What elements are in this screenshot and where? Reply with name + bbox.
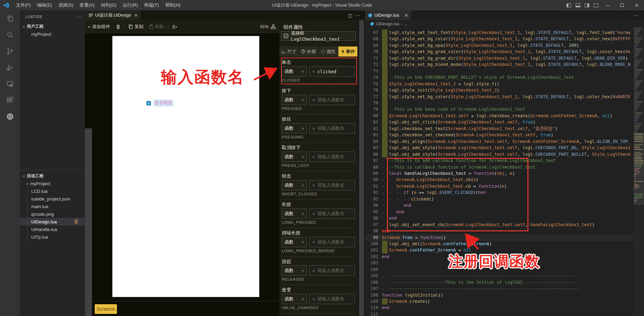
function-name-input-PRESSING[interactable]: ×请输入函数名 [309, 123, 355, 134]
code-line-84: 84→lvgl.obj_align(ScreenA.LvglCheckbox1_… [365, 138, 644, 145]
file-LCD.lua[interactable]: LCD.lua [20, 187, 85, 195]
file-main.lua[interactable]: main.lua [20, 203, 85, 210]
tab-uidesign-lua[interactable]: UiDesign.lua ✕ [365, 10, 411, 20]
line-number: 67 [365, 29, 378, 36]
sidebar-scrollbar[interactable] [85, 128, 92, 316]
function-type-select-LONG_PRESSED[interactable]: 函数∨ [282, 208, 307, 219]
props-scrollbar[interactable] [357, 20, 365, 316]
delete-component-button[interactable] [113, 22, 123, 31]
event-name: SHORT_CLICKED [282, 192, 355, 196]
more-actions-icon[interactable]: ⋯ [356, 13, 360, 18]
explorer-icon[interactable] [0, 10, 20, 27]
clear-icon[interactable]: × [312, 240, 315, 245]
code-line-86: 86→lvgl.obj_add_style(ScreenA.LvglCheckb… [365, 151, 644, 157]
menu-item-2[interactable]: 选择(S) [55, 0, 76, 10]
source-control-icon[interactable] [0, 43, 20, 59]
function-type-select-LONG_PRESSED_REPEAT[interactable]: 函数∨ [282, 237, 307, 247]
active-project-item[interactable]: ∨ myProject [20, 180, 85, 187]
sidebar-more-actions-icon[interactable]: ··· [76, 14, 82, 19]
function-name-input-RELEASED[interactable]: ×请输入函数名 [309, 265, 355, 276]
function-name-input-LONG_PRESSED_REPEAT[interactable]: ×请输入函数名 [309, 237, 355, 247]
section-active-project[interactable]: ∨ 活动工程 [20, 172, 85, 180]
file-UiHandle.lua[interactable]: UiHandle.lua [20, 225, 85, 233]
maximize-button[interactable] [615, 0, 629, 10]
user-project-item[interactable]: myProject [20, 30, 85, 38]
function-name-input-PRESSED[interactable]: ×请输入函数名 [309, 95, 355, 105]
extensions-icon[interactable] [0, 92, 20, 108]
clear-icon[interactable]: × [312, 126, 315, 131]
line-number: 70 [365, 49, 378, 55]
clear-icon[interactable]: × [312, 154, 315, 160]
clear-icon[interactable]: × [312, 211, 315, 216]
line-number: 68 [365, 36, 378, 42]
minimap[interactable] [634, 28, 644, 316]
props-tab-属性[interactable]: 属性 [319, 46, 338, 57]
menu-item-7[interactable]: 帮助(H) [162, 0, 184, 10]
widget-tree-icon[interactable] [271, 24, 276, 29]
props-tab-外观[interactable]: 外观 [299, 46, 318, 57]
tab-label: 属性 [327, 49, 336, 55]
close-button[interactable]: ✕ [629, 0, 644, 10]
props-tab-事件[interactable]: 事件 [338, 46, 357, 57]
function-type-select-SHORT_CLICKED[interactable]: 函数∨ [282, 180, 307, 190]
menu-item-0[interactable]: 文件(F) [13, 0, 34, 10]
search-icon[interactable] [0, 27, 20, 43]
code-line-77: 77→lvgl.style_set_bg_color(Style_LvglChe… [365, 94, 644, 100]
checkbox-label: 是否同意 [153, 100, 173, 106]
menu-item-1[interactable]: 编辑(E) [34, 0, 55, 10]
luatide-chip-icon[interactable] [0, 108, 20, 125]
file-luatide_project.json[interactable]: luatide_project.json [20, 195, 85, 203]
close-icon[interactable]: ✕ [405, 13, 408, 18]
toggle-secondary-sidebar-icon[interactable] [582, 0, 591, 10]
menu-item-4[interactable]: 转到(G) [98, 0, 120, 10]
file-qrcode.png[interactable]: qrcode.png [20, 210, 85, 218]
clear-icon[interactable]: × [312, 183, 315, 188]
copy-button[interactable]: 复制 [126, 22, 146, 31]
toggle-panel-icon[interactable] [573, 0, 582, 10]
run-debug-icon[interactable] [0, 59, 20, 76]
event-title: 持续长按 [282, 230, 355, 237]
close-icon[interactable]: ✕ [134, 13, 138, 18]
delete-file-icon[interactable] [74, 219, 79, 224]
customize-layout-icon[interactable] [591, 0, 600, 10]
editor-more-actions-icon[interactable]: ⋯ [634, 10, 644, 20]
remote-explorer-icon[interactable] [0, 76, 20, 92]
menu-item-6[interactable]: 终端(T) [141, 0, 162, 10]
add-component-button[interactable]: + 添加组件 [85, 22, 113, 31]
tab-ui-designer[interactable]: UI设计器:UiDesign ✕ [85, 10, 141, 20]
function-type-select-VALUE_CHANGED[interactable]: 函数∨ [282, 294, 307, 304]
checkbox-widget[interactable]: ✓ 是否同意 [146, 100, 173, 106]
menu-item-5[interactable]: 运行(R) [119, 0, 141, 10]
event-section-LONG_PRESSED_REPEAT: 持续长按函数∨×请输入函数名LONG_PRESSED_REPEAT [282, 228, 355, 257]
selected-element-box[interactable]: 选择框 LvglCheckbox1_test [281, 31, 356, 41]
function-type-select-PRESSED[interactable]: 函数∨ [282, 95, 307, 105]
line-number: 78 [365, 100, 378, 106]
function-type-select-RELEASED[interactable]: 函数∨ [282, 265, 307, 276]
file-UiTp.lua[interactable]: UiTp.lua [20, 233, 85, 241]
props-tab-尺寸[interactable]: 尺寸 [279, 46, 298, 57]
toggle-sidebar-icon[interactable] [564, 0, 573, 10]
file-UiDesign.lua[interactable]: UiDesign.lua [20, 218, 85, 225]
section-user-project[interactable]: ∨ 用户工程 [20, 23, 85, 30]
split-editor-icon[interactable]: ◫ [348, 13, 352, 18]
function-name-input-PRESS_LOST[interactable]: ×请输入函数名 [309, 152, 355, 162]
paste-button[interactable]: 粘贴 [146, 22, 167, 31]
clear-icon[interactable]: × [312, 297, 315, 302]
tab-whitespace-icon: → [382, 126, 389, 132]
input-placeholder: 请输入函数名 [317, 296, 345, 302]
clear-icon[interactable]: × [312, 97, 315, 103]
function-type-select-PRESSING[interactable]: 函数∨ [282, 123, 307, 134]
menu-item-3[interactable]: 查看(V) [76, 0, 98, 10]
function-type-select-PRESS_LOST[interactable]: 函数∨ [282, 152, 307, 162]
lua-file-icon [370, 22, 374, 26]
code-line-80: 80→ScreenA.LvglCheckbox1_test.self = lvg… [365, 113, 644, 119]
function-name-input-LONG_PRESSED[interactable]: ×请输入函数名 [309, 208, 355, 219]
breadcrumb[interactable]: UiDesign.lua › ... [365, 20, 644, 28]
screen-tab-screena[interactable]: ScreenA [95, 304, 117, 314]
function-name-input-VALUE_CHANGED[interactable]: ×请输入函数名 [309, 294, 355, 304]
clear-icon[interactable]: × [312, 268, 315, 273]
minimize-button[interactable]: ─ [600, 0, 615, 10]
function-name-input-SHORT_CLICKED[interactable]: ×请输入函数名 [309, 180, 355, 190]
layer-menu-button[interactable] [169, 22, 180, 31]
preview-icon [88, 13, 93, 18]
